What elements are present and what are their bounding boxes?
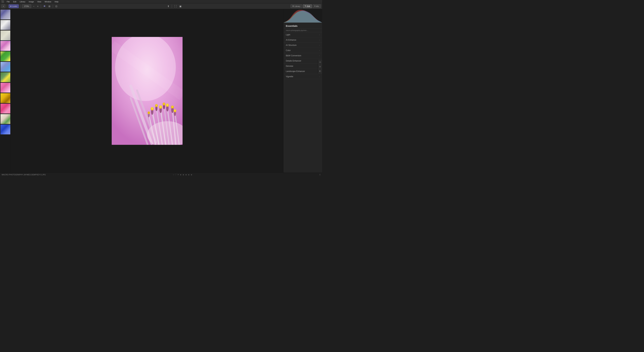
right-edge-icons: ⚙ ⊞ ◐ (318, 60, 322, 73)
panel-title: Essentials (284, 22, 322, 28)
svg-point-24 (163, 103, 165, 105)
menu-library[interactable]: Library (19, 1, 26, 3)
panel-item-ai-structure-arrow: › (319, 44, 320, 46)
star-1[interactable]: ★ (180, 173, 182, 176)
menu-image[interactable]: Image (28, 1, 34, 3)
star-4[interactable]: ★ (188, 173, 190, 176)
panel-item-bw[interactable]: B&W Conversion › (284, 53, 322, 58)
zoom-in-button[interactable]: + (36, 4, 39, 8)
eye-button[interactable]: 👁 (42, 4, 46, 8)
nav-tabs: ⊞ Library ✎ Edit ℹ Info (290, 4, 321, 8)
panel-item-light-arrow: › (319, 34, 320, 36)
toolbar-separator-4 (53, 4, 53, 8)
layers-icon[interactable]: ⊞ (318, 65, 322, 68)
filmstrip-thumb-12[interactable] (0, 124, 10, 134)
add-button[interactable]: + (1, 4, 6, 8)
filmstrip-thumb-2[interactable] (0, 20, 10, 30)
right-panel: Essentials macro-photography-jaymes-... … (283, 9, 322, 173)
main-image-svg (112, 37, 182, 145)
essentials-panel: Essentials macro-photography-jaymes-... … (284, 22, 322, 173)
library-icon: ⊞ (292, 5, 294, 7)
filmstrip-thumb-7[interactable] (0, 72, 10, 82)
filmstrip-thumb-3[interactable] (0, 30, 10, 40)
main-layout: Essentials macro-photography-jaymes-... … (0, 9, 322, 173)
panel-item-bw-arrow: › (319, 55, 320, 57)
info-icon: ℹ (314, 5, 315, 7)
main-image (112, 37, 182, 145)
panel-item-color-label: Color (286, 49, 319, 51)
crop-button[interactable]: ⊡ (54, 4, 58, 8)
panel-item-denoise[interactable]: Denoise › (284, 63, 322, 69)
export-button[interactable]: ⬆ (166, 4, 170, 8)
filmstrip-thumb-5[interactable] (0, 51, 10, 61)
bottom-status-bar: MACRO-PHOTOGRAPHY-JAYMES-DEMPSEY-5.JPG ○… (0, 173, 322, 176)
looks-icon: ◈ (10, 5, 12, 7)
panel-item-ai-structure[interactable]: AI Structure › (284, 43, 322, 48)
panel-toggle-button[interactable]: ▣ (178, 4, 182, 8)
filmstrip-thumb-6[interactable] (0, 62, 10, 72)
info-corner-icon[interactable]: ℹ (320, 173, 320, 176)
panel-item-landscape-enhancer[interactable]: Landscape Enhancer › (284, 69, 322, 74)
filmstrip-thumb-9[interactable] (0, 93, 10, 103)
svg-point-33 (174, 109, 176, 111)
fullscreen-button[interactable]: ⛶ (174, 4, 178, 8)
app-icon: ⬛ (1, 0, 4, 3)
panel-item-vignette-label: Vignette (286, 75, 319, 78)
toolbar-separator-2 (20, 4, 20, 8)
filmstrip-thumb-11[interactable] (0, 114, 10, 124)
menu-file[interactable]: File (6, 1, 10, 3)
toolbar: + ◈ Looks 273% − + 👁 ⊞ ⊡ ⬆ ⛶ ▣ ⊞ Library… (0, 3, 322, 9)
compare-button[interactable]: ⊞ (48, 4, 51, 8)
heart-flag[interactable]: ♡ (175, 173, 177, 176)
svg-point-27 (166, 104, 168, 106)
filmstrip (0, 9, 11, 173)
filmstrip-thumb-1[interactable] (0, 9, 10, 19)
circle-flag[interactable]: ○ (173, 173, 174, 176)
panel-item-details-label: Details Enhancer (286, 60, 319, 62)
star-3[interactable]: ★ (185, 173, 187, 176)
main-image-container (112, 37, 182, 145)
zoom-display: 273% (22, 4, 31, 8)
panel-item-ai-enhance[interactable]: AI Enhance › (284, 37, 322, 43)
settings-icon[interactable]: ⚙ (318, 61, 322, 64)
filename-label: MACRO-PHOTOGRAPHY-JAYMES-DEMPSEY-5.JPG (2, 174, 46, 176)
svg-point-30 (172, 106, 174, 108)
bottom-bar: MACRO-PHOTOGRAPHY-JAYMES-DEMPSEY-5.JPG ○… (0, 173, 322, 176)
panel-item-landscape-label: Landscape Enhancer (286, 70, 319, 72)
nav-info-tab[interactable]: ℹ Info (313, 4, 321, 8)
menu-help[interactable]: Help (54, 1, 59, 3)
filmstrip-thumb-4[interactable] (0, 41, 10, 51)
filmstrip-thumb-10[interactable] (0, 103, 10, 114)
nav-edit-tab[interactable]: ✎ Edit (303, 4, 312, 8)
menu-window[interactable]: Window (44, 1, 52, 3)
toolbar-separator-3 (41, 4, 41, 8)
reject-flag[interactable]: ✕ (177, 173, 179, 176)
menu-edit[interactable]: Edit (12, 1, 17, 3)
rating-area: ○ ♡ ✕ ★ ★ ★ ★ ★ (48, 173, 318, 176)
panel-item-light[interactable]: Light › (284, 32, 322, 37)
star-5[interactable]: ★ (190, 173, 192, 176)
panel-item-color-arrow: › (319, 49, 320, 51)
panel-item-vignette[interactable]: Vignette › (284, 74, 322, 79)
star-2[interactable]: ★ (182, 173, 184, 176)
panel-item-light-label: Light (286, 33, 319, 36)
menu-bar: ⬛ File Edit Library Image View Window He… (0, 0, 322, 3)
panel-subtitle: macro-photography-jaymes-... (284, 28, 322, 32)
mask-icon[interactable]: ◐ (318, 69, 322, 72)
svg-point-35 (148, 111, 150, 114)
nav-library-tab[interactable]: ⊞ Library (290, 4, 302, 8)
zoom-out-button[interactable]: − (32, 4, 35, 8)
toolbar-separator-5 (172, 4, 172, 8)
menu-view[interactable]: View (36, 1, 42, 3)
svg-point-21 (160, 105, 162, 108)
histogram-svg (284, 9, 322, 22)
panel-item-color[interactable]: Color › (284, 48, 322, 53)
looks-button[interactable]: ◈ Looks (8, 4, 18, 8)
filmstrip-thumb-8[interactable] (0, 83, 10, 93)
panel-item-ai-enhance-arrow: › (319, 39, 320, 41)
panel-item-ai-enhance-label: AI Enhance (286, 39, 319, 41)
panel-item-ai-structure-label: AI Structure (286, 44, 319, 46)
panel-item-vignette-arrow: › (319, 76, 320, 77)
edit-icon: ✎ (305, 5, 306, 7)
panel-item-details-enhancer[interactable]: Details Enhancer › (284, 58, 322, 63)
